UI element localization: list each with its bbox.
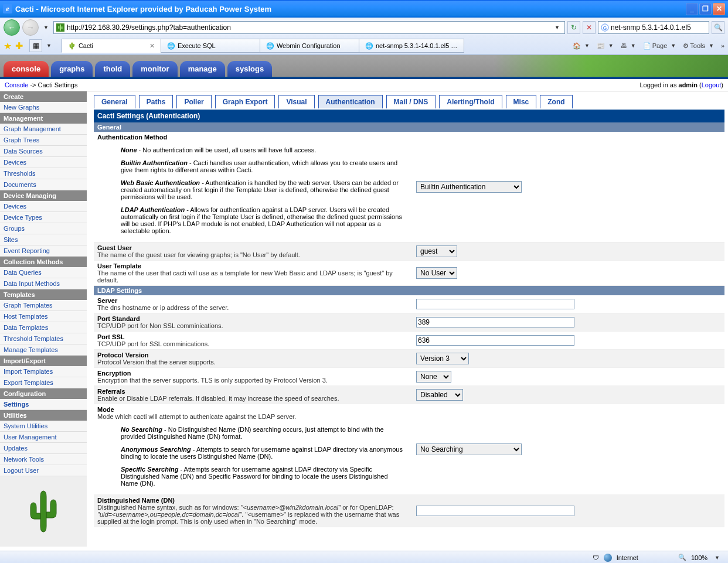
sidebar-item-thresholds[interactable]: Thresholds <box>0 168 87 179</box>
server-input[interactable] <box>416 299 574 309</box>
browser-tab-1[interactable]: 🌐Execute SQL <box>161 39 260 53</box>
sidebar-item-data-input-methods[interactable]: Data Input Methods <box>0 278 87 289</box>
sidebar-item-graph-templates[interactable]: Graph Templates <box>0 300 87 311</box>
sidebar-item-devices[interactable]: Devices <box>0 157 87 168</box>
zoom-icon[interactable]: 🔍 <box>678 554 686 561</box>
zoom-level[interactable]: 100% <box>691 554 707 561</box>
address-bar[interactable]: ▼ <box>53 21 565 34</box>
port-standard-input[interactable] <box>416 317 574 327</box>
zoom-dropdown[interactable]: ▼ <box>712 555 722 561</box>
sidebar-item-device-types[interactable]: Device Types <box>0 212 87 223</box>
sidebar-item-import-templates[interactable]: Import Templates <box>0 366 87 377</box>
print-button[interactable]: 🖶▼ <box>621 42 638 49</box>
dn-input[interactable] <box>416 506 574 516</box>
nav-tab-graphs[interactable]: graphs <box>51 61 93 77</box>
tab-close-icon[interactable]: ✕ <box>149 42 155 50</box>
encryption-select[interactable]: None <box>416 371 451 383</box>
protocol-version-select[interactable]: Version 3 <box>416 353 469 364</box>
url-input[interactable] <box>67 23 552 32</box>
window-title: Cacti - Microsoft Internet Explorer prov… <box>15 5 271 13</box>
help-button[interactable]: » <box>721 42 724 49</box>
auth-method-select[interactable]: Builtin Authentication <box>416 181 522 193</box>
back-button[interactable]: ← <box>4 19 20 36</box>
sidebar-item-host-templates[interactable]: Host Templates <box>0 311 87 322</box>
sidebar-item-settings[interactable]: Settings <box>0 399 87 410</box>
settings-tab-zond[interactable]: Zond <box>540 95 572 108</box>
window-titlebar: e Cacti - Microsoft Internet Explorer pr… <box>0 0 728 18</box>
browser-tab-2[interactable]: 🌐Webmin Configuration <box>260 39 359 53</box>
refresh-button[interactable]: ↻ <box>567 21 580 34</box>
sidebar-item-data-sources[interactable]: Data Sources <box>0 146 87 157</box>
sidebar-item-sites[interactable]: Sites <box>0 234 87 245</box>
feeds-button[interactable]: 📰▼ <box>597 42 616 50</box>
settings-tab-visual[interactable]: Visual <box>278 95 314 108</box>
sidebar-item-new-graphs[interactable]: New Graphs <box>0 102 87 113</box>
sidebar-item-data-templates[interactable]: Data Templates <box>0 322 87 333</box>
sidebar-item-groups[interactable]: Groups <box>0 223 87 234</box>
sidebar-item-event-reporting[interactable]: Event Reporting <box>0 245 87 257</box>
nav-tab-thold[interactable]: thold <box>95 61 130 77</box>
sidebar-item-user-management[interactable]: User Management <box>0 432 87 443</box>
user-template-select[interactable]: No User <box>416 267 457 279</box>
nav-history-dropdown[interactable]: ▼ <box>41 25 51 30</box>
search-go-button[interactable]: 🔍 <box>712 21 724 34</box>
sidebar-item-devices[interactable]: Devices <box>0 201 87 212</box>
mode-select[interactable]: No Searching <box>416 443 522 455</box>
favorites-icon[interactable]: ★ <box>4 40 12 52</box>
sidebar-item-network-tools[interactable]: Network Tools <box>0 454 87 465</box>
window-close-button[interactable]: ✕ <box>713 3 725 15</box>
internet-zone-icon <box>604 554 612 562</box>
guest-user-select[interactable]: guest <box>416 245 457 257</box>
row-referrals: ReferralsEnable or Disable LDAP referral… <box>94 386 724 404</box>
minimize-button[interactable]: _ <box>686 3 698 15</box>
stop-button[interactable]: ✕ <box>583 21 596 34</box>
sidebar-item-graph-management[interactable]: Graph Management <box>0 124 87 135</box>
settings-tab-alerting-thold[interactable]: Alerting/Thold <box>439 95 502 108</box>
breadcrumb-console-link[interactable]: Console <box>5 81 28 88</box>
page-content: consolegraphstholdmonitormanagesyslogs C… <box>0 54 728 551</box>
tabs-dropdown[interactable]: ▼ <box>44 43 54 49</box>
sidebar-item-updates[interactable]: Updates <box>0 443 87 454</box>
url-dropdown-icon[interactable]: ▼ <box>552 25 562 30</box>
port-ssl-input[interactable] <box>416 335 574 346</box>
settings-tab-misc[interactable]: Misc <box>506 95 537 108</box>
maximize-button[interactable]: ❐ <box>699 3 712 15</box>
search-input[interactable]: net-snmp 5.3.1-14.0.1.el5 <box>611 23 706 32</box>
referrals-select[interactable]: Disabled <box>416 389 463 401</box>
sidebar-item-system-utilities[interactable]: System Utilities <box>0 421 87 432</box>
row-port-ssl: Port SSLTCP/UDP port for SSL comminicati… <box>94 332 724 350</box>
current-user: admin <box>679 81 698 88</box>
settings-tab-general[interactable]: General <box>94 95 135 108</box>
row-dn: Distinguished Name (DN) Distinguished Na… <box>94 495 724 527</box>
settings-tab-authentication[interactable]: Authentication <box>318 95 383 108</box>
search-box[interactable]: G net-snmp 5.3.1-14.0.1.el5 <box>598 21 709 34</box>
sidebar-item-documents[interactable]: Documents <box>0 179 87 190</box>
sidebar: CreateNew GraphsManagementGraph Manageme… <box>0 91 87 547</box>
settings-title: Cacti Settings (Authentication) <box>94 110 724 122</box>
quick-tabs-icon[interactable]: ▦ <box>29 39 42 52</box>
sidebar-header-create: Create <box>0 91 87 102</box>
nav-tab-console[interactable]: console <box>4 61 49 77</box>
settings-tab-paths[interactable]: Paths <box>139 95 174 108</box>
nav-tab-monitor[interactable]: monitor <box>132 61 177 77</box>
nav-tab-syslogs[interactable]: syslogs <box>227 61 272 77</box>
forward-button[interactable]: → <box>22 19 39 36</box>
sidebar-item-data-queries[interactable]: Data Queries <box>0 267 87 278</box>
nav-tab-manage[interactable]: manage <box>180 61 225 77</box>
sidebar-item-graph-trees[interactable]: Graph Trees <box>0 135 87 146</box>
sidebar-item-manage-templates[interactable]: Manage Templates <box>0 344 87 356</box>
logout-link[interactable]: Logout <box>702 81 722 88</box>
browser-tab-3[interactable]: 🌐net-snmp 5.3.1-14.0.1.el5 - … <box>359 39 464 53</box>
home-button[interactable]: 🏠▼ <box>573 42 592 50</box>
sidebar-item-export-templates[interactable]: Export Templates <box>0 377 87 388</box>
add-favorite-icon[interactable]: ✚ <box>15 40 23 52</box>
tools-menu[interactable]: ⚙ Tools▼ <box>683 42 716 50</box>
sidebar-item-logout-user[interactable]: Logout User <box>0 465 87 476</box>
settings-tab-mail-dns[interactable]: Mail / DNS <box>386 95 436 108</box>
settings-tab-poller[interactable]: Poller <box>176 95 211 108</box>
page-menu[interactable]: 📄 Page▼ <box>643 42 679 50</box>
settings-panel: GeneralPathsPollerGraph ExportVisualAuth… <box>87 91 728 547</box>
browser-tab-0[interactable]: 🌵Cacti✕ <box>62 39 161 53</box>
sidebar-item-threshold-templates[interactable]: Threshold Templates <box>0 333 87 344</box>
settings-tab-graph-export[interactable]: Graph Export <box>215 95 275 108</box>
